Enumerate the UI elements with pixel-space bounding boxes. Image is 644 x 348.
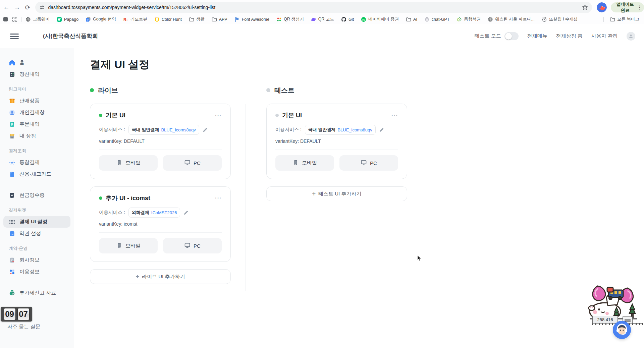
bookmark-item[interactable]: 동행복권 [457, 16, 481, 22]
device-buttons: 모바일PC [99, 238, 222, 253]
sidebar-item-cash-receipt[interactable]: 현금영수증 [3, 189, 70, 201]
all-bookmarks-button[interactable]: 모든 북마크 [610, 16, 639, 22]
browser-profile-avatar[interactable] [597, 2, 607, 12]
plus-icon: + [136, 273, 140, 280]
test-mode-toggle[interactable] [504, 32, 519, 40]
status-dot [99, 114, 102, 117]
sidebar-item-credit-card[interactable]: 신용·체크카드 [3, 168, 70, 180]
forward-icon[interactable]: → [13, 2, 21, 13]
bookmark-item[interactable]: 그룹웨어 [25, 16, 50, 22]
mobile-preview-button[interactable]: 모바일 [275, 155, 334, 171]
chrome-update-button[interactable]: 업데이트 완료 ⋮ [611, 2, 644, 12]
pinned-icons [3, 17, 17, 22]
sidebar-item-usage-info[interactable]: 이용정보 [3, 266, 70, 278]
sidebar-item-order-list[interactable]: 주문내역 [3, 118, 70, 130]
tab-groups-icon[interactable] [12, 17, 17, 22]
add-ui-button-test[interactable]: +테스트 UI 추가하기 [266, 186, 407, 201]
url-bar[interactable]: dashboard.tosspayments.com/payment-widge… [35, 2, 592, 13]
bookmark-item[interactable]: 웨스틴 서울 파르나... [488, 16, 534, 22]
more-menu-icon[interactable]: ··· [215, 114, 222, 117]
back-icon[interactable]: ← [2, 2, 11, 13]
pc-preview-button[interactable]: PC [163, 238, 222, 253]
sidebar-item-product-box[interactable]: 판매상품 [3, 95, 70, 107]
bookmark-item[interactable]: Papago [57, 17, 78, 22]
hamburger-menu-icon[interactable] [10, 32, 19, 40]
pencil-icon[interactable] [379, 127, 384, 132]
header-link-user-management[interactable]: 사용자 관리 [591, 33, 618, 39]
variant-key: variantKey: DEFAULT [99, 138, 222, 144]
service-badge: 국내 일반결제BLUE_icoms8uqv [305, 125, 376, 135]
sidebar-item-vat-bag[interactable]: 부가세신고 자료 [3, 287, 70, 299]
bookmarks-bar: 그룹웨어PapagoGoogle 번역R:리모트뷰Color Hunt생활APP… [0, 15, 644, 24]
bookmark-item[interactable]: QR 코드 [311, 16, 334, 22]
mobile-preview-button[interactable]: 모바일 [99, 238, 158, 253]
pencil-icon[interactable] [183, 210, 189, 215]
bookmark-item[interactable]: R:리모트뷰 [123, 16, 147, 22]
bookmark-star-icon[interactable] [582, 4, 588, 10]
header-link-store-home[interactable]: 전체상점 홈 [556, 33, 583, 39]
screen: ← → ⟳ dashboard.tosspayments.com/payment… [0, 0, 644, 348]
papago-icon [57, 17, 62, 22]
bookmark-item[interactable]: QR 생성기 [276, 16, 304, 22]
reload-icon[interactable]: ⟳ [23, 2, 32, 13]
more-menu-icon[interactable]: ··· [391, 114, 398, 117]
bookmark-item[interactable]: Google 번역 [86, 16, 116, 22]
usage-info-icon [9, 269, 15, 275]
browser-menu-icon[interactable]: ⋮ [637, 6, 642, 9]
credit-card-icon [9, 171, 15, 178]
service-row: 이용서비스 :외화결제ICoMST2026 [99, 208, 222, 218]
mobile-preview-button[interactable]: 모바일 [99, 155, 158, 171]
bookmark-item[interactable]: Git [341, 17, 354, 22]
test-mode-control: 테스트 모드 [474, 32, 518, 40]
card-header: 기본 UI··· [275, 111, 398, 119]
bookmarks-separator [603, 17, 604, 22]
sidebar-item-company[interactable]: 회사정보 [3, 254, 70, 266]
sidebar-item-grid-dots[interactable]: 결제 UI 설정 [3, 216, 70, 228]
bookmark-item[interactable]: APP [212, 17, 227, 22]
sidebar-item-integrated-pay[interactable]: 통합결제 [3, 157, 70, 168]
browser-toolbar: ← → ⟳ dashboard.tosspayments.com/payment… [0, 0, 644, 15]
pinned-extension-icon[interactable] [3, 17, 8, 21]
test-mode-label: 테스트 모드 [474, 33, 501, 39]
bookmark-item[interactable]: Font Awesome [234, 17, 269, 22]
bookmark-item[interactable]: 또살집 I 수제샵 [542, 16, 578, 22]
sidebar-item-label: 결제 UI 설정 [19, 219, 47, 225]
user-avatar-icon[interactable] [627, 32, 635, 41]
sidebar-item-person-pay[interactable]: 개인결제창 [3, 107, 70, 118]
pc-preview-button[interactable]: PC [339, 155, 398, 171]
bookmark-item[interactable]: AI [406, 17, 417, 22]
site-controls-icon[interactable] [39, 5, 45, 10]
pc-button-label: PC [194, 160, 201, 166]
bookmark-item[interactable]: pay네이버페이 증권 [361, 16, 399, 22]
card-header: 추가 UI - icomst··· [99, 194, 222, 202]
service-name: 국내 일반결제 [132, 127, 159, 133]
header-link-full-menu[interactable]: 전체메뉴 [527, 33, 547, 39]
clock-icon [542, 17, 547, 22]
main-content: 결제 UI 설정 라이브기본 UI···이용서비스 :국내 일반결제BLUE_i… [74, 48, 644, 348]
clock-minutes: 07 [17, 308, 30, 320]
url-text[interactable]: dashboard.tosspayments.com/payment-widge… [48, 5, 579, 10]
sidebar-item-home[interactable]: 홈 [3, 57, 70, 68]
home-icon [9, 59, 15, 66]
clock-widget: 09 07 [1, 307, 32, 322]
bookmark-item[interactable]: Color Hunt [154, 17, 182, 22]
bookmark-item[interactable]: 생활 [189, 16, 205, 22]
sidebar-item-store[interactable]: 내 상점 [3, 130, 70, 142]
pencil-icon[interactable] [203, 127, 208, 132]
bookmark-item[interactable]: chat-GPT [424, 17, 450, 22]
service-name: 국내 일반결제 [308, 127, 336, 133]
sidebar-item-terms[interactable]: 약관 설정 [3, 228, 70, 239]
pc-button-label: PC [370, 160, 377, 166]
more-menu-icon[interactable]: ··· [215, 196, 222, 200]
add-ui-button-live[interactable]: +라이브 UI 추가하기 [90, 269, 231, 284]
ui-card: 추가 UI - icomst···이용서비스 :외화결제ICoMST2026va… [90, 186, 231, 262]
company-icon [9, 257, 15, 264]
sidebar-item-label: 주문내역 [19, 121, 40, 127]
faq-link[interactable]: 자주 묻는 질문 [7, 324, 40, 330]
calculator-icon [9, 71, 15, 78]
sidebar-item-calculator[interactable]: 정산내역 [3, 68, 70, 80]
status-dot [266, 88, 270, 92]
chat-support-button[interactable] [613, 321, 631, 339]
pc-preview-button[interactable]: PC [163, 155, 222, 171]
bookmark-label: 동행복권 [464, 16, 481, 22]
